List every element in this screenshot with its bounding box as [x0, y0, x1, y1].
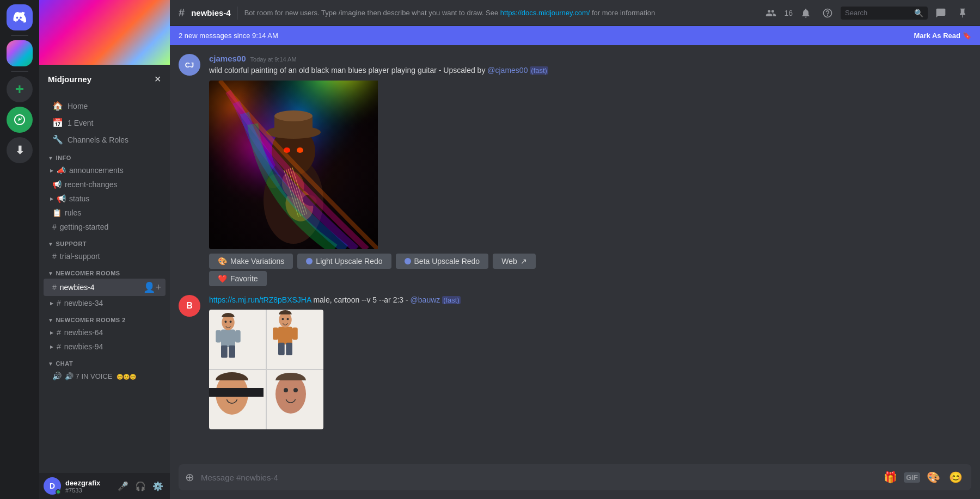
channel-recent-changes[interactable]: 📢 recent-changes	[44, 177, 166, 192]
mark-as-read-button[interactable]: Mark As Read 🔖	[914, 32, 972, 40]
channel-announcements[interactable]: ▶ 📣 announcements	[44, 163, 166, 177]
sidebar-nav-home[interactable]: 🏠 Home	[44, 97, 166, 114]
channel-voice[interactable]: 🔊 🔊 7 IN VOICE 😊😊😊	[44, 369, 166, 383]
sidebar-section-info: ▼ INFO ▶ 📣 announcements 📢 recent-change…	[39, 152, 170, 234]
channel-name-announcements: announcements	[69, 166, 124, 175]
search-input[interactable]	[845, 9, 911, 17]
username: deezgrafix	[65, 479, 111, 487]
docs-link[interactable]: https://docs.midjourney.com/	[500, 9, 590, 17]
message-content-2: https://s.mj.run/tRZ8pBXSJHA male, carto…	[209, 295, 971, 434]
light-upscale-redo-label: Light Upscale Redo	[316, 257, 382, 266]
attach-button[interactable]: ⊕	[185, 464, 194, 490]
search-icon: 🔍	[914, 9, 923, 17]
sticker-icon[interactable]: 🎨	[924, 469, 942, 486]
sidebar-nav-events[interactable]: 📅 1 Event	[44, 114, 166, 131]
message-separator-2: -	[406, 295, 411, 304]
favorite-button[interactable]: ❤️ Favorite	[209, 271, 267, 286]
server-icon-explore[interactable]	[7, 107, 33, 133]
collapse-arrow-support: ▼	[48, 241, 53, 247]
at-icon-button[interactable]	[932, 5, 950, 21]
chat-input[interactable]	[201, 466, 875, 489]
headset-button[interactable]: 🎧	[133, 479, 148, 494]
server-divider	[11, 35, 28, 36]
help-icon-button[interactable]	[819, 5, 836, 21]
make-variations-label: Make Variations	[230, 257, 284, 266]
channel-name-rules: rules	[65, 208, 81, 217]
message-header-1: cjames00 Today at 9:14 AM	[209, 54, 971, 63]
online-badge	[56, 489, 61, 495]
chevron-right-newbies64: ▶	[50, 330, 53, 335]
beta-upscale-redo-button[interactable]: Beta Upscale Redo	[396, 254, 489, 269]
hash-getting-started-icon: #	[52, 223, 57, 231]
collapse-arrow-chat: ▼	[48, 361, 53, 367]
light-upscale-redo-button[interactable]: Light Upscale Redo	[297, 254, 391, 269]
bookmark-icon: 🔖	[963, 32, 971, 40]
server-icon-download[interactable]: ⬇	[7, 137, 33, 163]
channel-name-newbies-64: newbies-64	[64, 328, 103, 337]
make-variations-button[interactable]: 🎨 Make Variations	[209, 254, 293, 269]
inbox-icon-button[interactable]	[797, 5, 814, 21]
message-text-middle: - Upscaled by	[439, 66, 487, 75]
add-member-icon[interactable]: 👤+	[143, 281, 161, 293]
channel-name-recent-changes: recent-changes	[65, 180, 118, 189]
channel-newbies-4[interactable]: # newbies-4 👤+	[44, 279, 166, 296]
message-buttons-1b: ❤️ Favorite	[209, 271, 971, 286]
message-text-before: wild colorful painting of an old black m…	[209, 66, 437, 75]
channel-rules[interactable]: 📋 rules	[44, 206, 166, 220]
channel-trial-support[interactable]: # trial-support	[44, 249, 166, 263]
hash-newbies4-icon: #	[52, 283, 57, 292]
sidebar-nav-channels[interactable]: 🔧 Channels & Roles	[44, 131, 166, 148]
sidebar-section-header-newcomer-rooms-2[interactable]: ▼ NEWCOMER ROOMS 2	[39, 315, 170, 325]
sidebar-section-support: ▼ SUPPORT # trial-support	[39, 238, 170, 263]
gift-icon[interactable]: 🎁	[881, 469, 899, 486]
gif-icon[interactable]: GIF	[904, 472, 920, 483]
server-divider-2	[11, 71, 28, 72]
chat-input-icons: 🎁 GIF 🎨 😊	[881, 469, 965, 486]
message-prompt-2: male, cartoon --v 5 --ar 2:3	[313, 295, 403, 304]
settings-button[interactable]: ⚙️	[150, 479, 166, 494]
sidebar-section-header-newcomer-rooms[interactable]: ▼ NEWCOMER ROOMS	[39, 268, 170, 279]
sidebar-nav-channels-label: Channels & Roles	[68, 135, 128, 144]
sidebar-section-newcomer-rooms: ▼ NEWCOMER ROOMS # newbies-4 👤+ ▶ # newb…	[39, 268, 170, 310]
chat-input-container: ⊕ 🎁 GIF 🎨 😊	[179, 464, 971, 490]
blue-circle-icon-1	[306, 258, 313, 264]
server-icon-add[interactable]: +	[7, 76, 33, 102]
sidebar-content: 🏠 Home 📅 1 Event 🔧 Channels & Roles ▼ IN…	[39, 93, 170, 473]
channels-icon: 🔧	[52, 134, 63, 145]
emoji-icon[interactable]: 😊	[947, 469, 965, 486]
notification-bar: 2 new messages since 9:14 AM Mark As Rea…	[170, 26, 980, 45]
message-buttons-1: 🎨 Make Variations Light Upscale Redo Bet…	[209, 254, 971, 269]
channel-getting-started[interactable]: # getting-started	[44, 220, 166, 234]
members-icon-button[interactable]	[762, 5, 780, 21]
server-banner	[39, 0, 170, 65]
chevron-right-newbies94: ▶	[50, 344, 53, 349]
channel-newbies-94[interactable]: ▶ # newbies-94	[44, 340, 166, 354]
fast-tag-1: (fast)	[530, 66, 548, 75]
channel-newbies-34[interactable]: ▶ # newbies-34	[44, 296, 166, 310]
sidebar-section-header-chat[interactable]: ▼ CHAT	[39, 358, 170, 369]
home-icon: 🏠	[52, 101, 63, 111]
channel-newbies-64[interactable]: ▶ # newbies-64	[44, 325, 166, 340]
server-icon-midjourney[interactable]	[7, 40, 33, 66]
sidebar-section-header-support[interactable]: ▼ SUPPORT	[39, 238, 170, 249]
channel-name-trial-support: trial-support	[60, 252, 100, 261]
hash-newbies34-icon: #	[57, 299, 61, 307]
sidebar-nav-home-label: Home	[68, 102, 88, 110]
pin-icon-button[interactable]	[954, 5, 971, 21]
channel-status[interactable]: ▶ 📢 status	[44, 192, 166, 206]
server-name-row[interactable]: Midjourney ✕	[39, 65, 170, 93]
favorite-label: Favorite	[230, 274, 258, 283]
message-link-2[interactable]: https://s.mj.run/tRZ8pBXSJHA	[209, 295, 311, 304]
cartoon-image[interactable]	[209, 310, 323, 429]
message-mention-2: @bauwz	[411, 295, 440, 304]
cartoon-canvas	[209, 310, 323, 429]
web-button[interactable]: Web ↗	[493, 254, 536, 269]
server-icon-discord-home[interactable]	[7, 4, 33, 30]
collapse-arrow-info: ▼	[48, 155, 53, 161]
microphone-button[interactable]: 🎤	[115, 479, 131, 494]
sidebar-section-header-info[interactable]: ▼ INFO	[39, 152, 170, 163]
blues-player-canvas	[209, 81, 378, 249]
channel-name-getting-started: getting-started	[60, 223, 109, 231]
voice-icon: 🔊	[52, 372, 62, 380]
blues-player-image[interactable]	[209, 81, 394, 249]
